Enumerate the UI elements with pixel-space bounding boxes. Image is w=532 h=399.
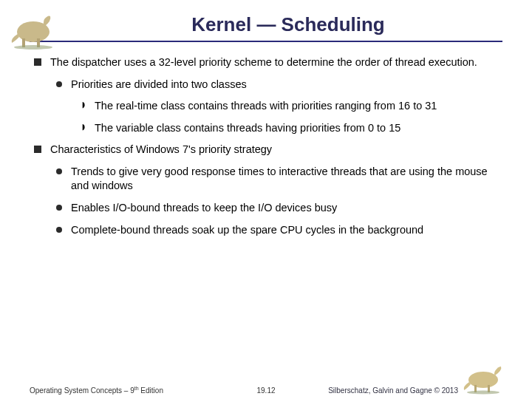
bullet-level2: Complete-bound threads soak up the spare… bbox=[30, 223, 502, 238]
bullet-level1: The dispatcher uses a 32-level priority … bbox=[30, 55, 502, 70]
footer-left-text-b: Edition bbox=[139, 386, 163, 395]
bullet-level2: Enables I/O-bound threads to keep the I/… bbox=[30, 201, 502, 216]
footer-left-text-a: Operating System Concepts – 9 bbox=[30, 386, 134, 395]
slide-content: The dispatcher uses a 32-level priority … bbox=[30, 55, 502, 237]
bullet-level3: The real-time class contains threads wit… bbox=[30, 99, 502, 114]
footer-left: Operating System Concepts – 9th Edition bbox=[30, 386, 163, 395]
slide-footer: Operating System Concepts – 9th Edition … bbox=[0, 386, 532, 395]
bullet-level2: Trends to give very good response times … bbox=[30, 165, 502, 194]
svg-point-3 bbox=[14, 45, 52, 50]
bullet-level1: Characteristics of Windows 7's priority … bbox=[30, 143, 502, 157]
footer-page-number: 19.12 bbox=[256, 386, 275, 395]
dinosaur-top-image bbox=[7, 6, 59, 50]
bullet-level3: The variable class contains threads havi… bbox=[30, 121, 502, 136]
slide: Kernel — Scheduling The dispatcher uses … bbox=[0, 0, 532, 399]
footer-right: Silberschatz, Galvin and Gagne © 2013 bbox=[328, 386, 458, 395]
bullet-level2: Priorities are divided into two classes bbox=[30, 78, 502, 92]
slide-title: Kernel — Scheduling bbox=[74, 13, 502, 36]
title-underline bbox=[30, 41, 502, 42]
